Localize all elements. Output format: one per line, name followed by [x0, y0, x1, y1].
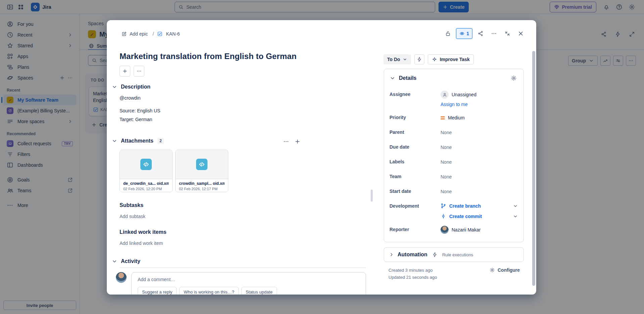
ellipsis-icon: [136, 68, 142, 74]
field-reporter: Reporter Nazarii Makar: [389, 226, 518, 234]
unlock-icon: [445, 31, 451, 37]
mention-text: @crowdin: [120, 95, 366, 101]
chevron-down-icon[interactable]: [513, 203, 518, 209]
issue-more-actions-button[interactable]: [489, 28, 499, 39]
issue-detail-modal: Add epic / KAN-6 1 Marketing translation…: [107, 20, 536, 295]
chevron-down-icon[interactable]: [111, 258, 118, 264]
xml-file-icon: [140, 159, 152, 170]
eye-icon: [459, 31, 465, 36]
comment-input[interactable]: Add a comment… Suggest a reply Who is wo…: [131, 272, 366, 295]
attachment-date: 02 Feb 2026, 12:17 PM: [179, 187, 225, 191]
improve-task-button[interactable]: Improve Task: [428, 54, 474, 64]
assignee-value[interactable]: Unassigned: [441, 91, 518, 99]
field-assignee: Assignee Unassigned Assign to me: [389, 91, 518, 107]
attachment-thumbnail: [176, 150, 228, 179]
xml-file-icon: [196, 159, 208, 170]
field-team: Team None: [389, 173, 518, 181]
start-date-value[interactable]: None: [441, 188, 518, 196]
restrict-access-button[interactable]: [443, 28, 453, 39]
divider: [120, 267, 366, 268]
attachment-filename: de_crowdin_sa... oid.xml: [123, 181, 169, 186]
create-commit-row[interactable]: Create commit: [441, 213, 518, 219]
reporter-avatar: [441, 226, 449, 234]
details-settings-button[interactable]: [509, 74, 518, 83]
chevron-right-icon: [389, 252, 394, 257]
issue-key-link[interactable]: KAN-6: [166, 31, 180, 37]
share-button[interactable]: [475, 28, 486, 39]
automation-heading: Automation: [398, 252, 427, 258]
chevron-down-icon[interactable]: [389, 75, 396, 81]
modal-scrollbar[interactable]: [532, 51, 535, 286]
edit-pencil-icon: [122, 31, 127, 37]
field-priority: Priority Medium: [389, 114, 518, 122]
ellipsis-icon: [283, 139, 289, 145]
add-subtask-button[interactable]: Add subtask: [120, 214, 145, 219]
gear-icon: [511, 75, 517, 81]
share-icon: [477, 31, 484, 37]
chevron-down-icon[interactable]: [111, 138, 118, 144]
plus-icon: [122, 68, 128, 74]
details-heading: Details: [399, 75, 506, 81]
attachment-filename: crowdin_sampl... oid.xml: [179, 181, 225, 186]
content-scrollbar[interactable]: [371, 190, 373, 202]
minimize-icon: [504, 31, 510, 37]
parent-value[interactable]: None: [441, 128, 518, 137]
linked-items-section: Linked work items Add linked work item: [120, 229, 167, 246]
attachments-count-badge: 2: [157, 138, 164, 144]
watchers-count: 1: [466, 31, 469, 36]
attachment-card[interactable]: crowdin_sampl... oid.xml 02 Feb 2026, 12…: [175, 150, 228, 192]
reporter-value[interactable]: Nazarii Makar: [441, 226, 518, 234]
description-section: Description @crowdin Source: English US …: [111, 84, 366, 125]
chevron-down-icon[interactable]: [111, 84, 118, 90]
team-value[interactable]: None: [441, 173, 518, 181]
watchers-button[interactable]: 1: [456, 28, 472, 39]
description-heading: Description: [121, 84, 150, 90]
labels-value[interactable]: None: [441, 158, 518, 166]
priority-value[interactable]: Medium: [441, 114, 518, 122]
git-branch-icon: [441, 203, 446, 209]
due-date-value[interactable]: None: [441, 143, 518, 151]
status-dropdown[interactable]: To Do: [383, 54, 411, 64]
ai-sparkle-icon: [432, 57, 437, 62]
attachment-thumbnail: [120, 150, 172, 179]
ellipsis-icon: [491, 31, 497, 37]
add-linked-item-button[interactable]: Add linked work item: [120, 241, 167, 246]
chevron-down-icon: [403, 57, 407, 62]
activity-heading: Activity: [121, 258, 140, 264]
linked-items-heading: Linked work items: [120, 229, 167, 235]
comment-placeholder: Add a comment…: [138, 277, 360, 282]
add-epic-button[interactable]: Add epic: [120, 30, 149, 38]
breadcrumb-separator: /: [152, 31, 154, 37]
lightning-icon: [417, 57, 422, 62]
description-body[interactable]: @crowdin Source: English US Target: Germ…: [120, 95, 366, 122]
close-modal-button[interactable]: [515, 28, 526, 39]
lightning-icon: [432, 252, 438, 257]
issue-title[interactable]: Marketing translation from English to Ge…: [120, 52, 296, 61]
title-more-button[interactable]: [134, 66, 144, 76]
issue-meta: Created 3 minutes ago Updated 21 seconds…: [388, 267, 437, 281]
chevron-down-icon[interactable]: [513, 214, 518, 219]
collapse-modal-button[interactable]: [502, 28, 513, 39]
automation-panel[interactable]: Automation Rule executions: [384, 247, 524, 262]
status-update-button[interactable]: Status update: [241, 287, 277, 295]
attachments-more-button[interactable]: [281, 137, 291, 146]
field-development: Development Create branch Create commit: [389, 202, 518, 219]
assign-to-me-link[interactable]: Assign to me: [441, 102, 518, 107]
field-start-date: Start date None: [389, 188, 518, 196]
details-panel: Details Assignee Unassigned Assign to me…: [384, 69, 524, 242]
add-attachment-button[interactable]: [293, 137, 302, 146]
actions-button[interactable]: [414, 54, 424, 64]
suggest-reply-button[interactable]: Suggest a reply: [138, 287, 177, 295]
rule-executions-label: Rule executions: [442, 252, 473, 257]
create-branch-row[interactable]: Create branch: [441, 203, 518, 209]
target-line: Target: German: [120, 117, 366, 122]
updated-timestamp: Updated 21 seconds ago: [388, 274, 437, 281]
who-is-working-button[interactable]: Who is working on this…?: [179, 287, 238, 295]
activity-section: Activity Add a comment… Suggest a reply …: [111, 258, 366, 295]
configure-button[interactable]: Configure: [490, 267, 520, 273]
add-content-button[interactable]: [120, 66, 130, 76]
subtasks-section: Subtasks Add subtask: [120, 202, 145, 219]
close-icon: [518, 31, 524, 37]
attachment-card[interactable]: de_crowdin_sa... oid.xml 02 Feb 2026, 12…: [120, 150, 173, 192]
plus-icon: [294, 139, 301, 145]
